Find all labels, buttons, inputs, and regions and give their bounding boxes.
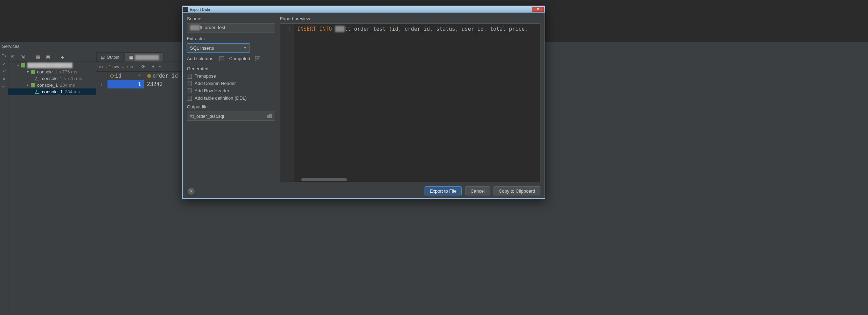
services-gutter: Tx ✓ ↶ ■ ⇤ — [0, 51, 8, 315]
cancel-button[interactable]: Cancel — [465, 186, 490, 195]
expand-all-icon[interactable]: ⇱ — [11, 54, 16, 59]
row-count[interactable]: 1 row — [109, 64, 119, 69]
tree-item-label: console_1 — [37, 83, 58, 88]
query-icon — [35, 77, 41, 80]
close-button[interactable]: × — [532, 7, 544, 12]
export-data-dialog: Export Data × Source: ███tt_order_test E… — [182, 6, 545, 199]
source-label: Source: — [187, 16, 275, 21]
tree-item[interactable]: ▾ console_1 284 ms — [8, 82, 96, 88]
source-field[interactable]: ███tt_order_test — [187, 23, 275, 33]
tree-item-selected[interactable]: console_1 284 ms — [8, 88, 96, 95]
add-row-header-label: Add Row Header — [195, 88, 229, 93]
tree-item-time: 1 s 775 ms — [55, 69, 77, 74]
generated-checkbox[interactable] — [255, 56, 260, 61]
column-header-id[interactable]: id ÷ — [107, 72, 144, 80]
tab-table[interactable]: ▦ ████████ — [125, 52, 163, 62]
check-icon[interactable]: ✓ — [2, 61, 6, 66]
dialog-titlebar[interactable]: Export Data × — [183, 6, 545, 13]
chevron-down-icon[interactable]: ▾ — [16, 63, 20, 67]
last-page-icon[interactable]: ⏭ — [130, 64, 134, 69]
sort-icon[interactable]: ÷ — [138, 73, 141, 79]
cell-order-id[interactable]: 23242 — [144, 80, 186, 88]
add-ddl-checkbox[interactable] — [187, 96, 192, 101]
console-icon — [31, 70, 35, 74]
generated-label: Generated — [187, 66, 208, 71]
add-icon[interactable]: + — [61, 54, 66, 59]
dialog-right-panel: Export preview: 1 INSERT INTO ███tt_orde… — [280, 15, 540, 182]
undo-icon[interactable]: ↶ — [2, 69, 6, 74]
extractor-value: SQL Inserts — [190, 45, 214, 51]
database-icon — [21, 63, 25, 67]
add-col-header-label: Add Column Header — [195, 81, 236, 86]
grid-corner — [96, 72, 107, 80]
layout-icon[interactable]: ▣ — [46, 54, 51, 59]
stop-icon[interactable]: ■ — [3, 77, 5, 81]
preview-gutter: 1 — [280, 24, 294, 182]
tree-item-label: console — [42, 76, 58, 81]
console-icon — [31, 83, 35, 87]
chevron-down-icon[interactable]: ▾ — [26, 83, 29, 87]
tree-item[interactable]: ▾ console 1 s 775 ms — [8, 69, 96, 75]
output-file-value: \tt_order_test.sql — [190, 114, 224, 119]
add-col-header-checkbox[interactable] — [187, 81, 192, 86]
tab-output-label: Output — [107, 55, 119, 60]
copy-to-clipboard-button[interactable]: Copy to Clipboard — [493, 186, 540, 195]
tree-item-label: console_1 — [42, 89, 63, 94]
column-header-order-id[interactable]: order_id — [144, 72, 186, 80]
tree-item[interactable]: console 1 s 775 ms — [8, 75, 96, 82]
add-row-header-checkbox[interactable] — [187, 88, 192, 93]
source-value: tt_order_test — [200, 25, 225, 30]
prev-page-icon[interactable]: ‹ — [105, 64, 107, 69]
export-to-file-button[interactable]: Export to File — [425, 186, 462, 195]
collapse-icon[interactable]: ⇤ — [2, 84, 6, 89]
column-header-label: id — [115, 73, 121, 79]
output-icon: ▤ — [101, 55, 105, 60]
key-icon — [110, 74, 114, 78]
first-page-icon[interactable]: ⏮ — [99, 64, 103, 69]
tree-item-time: 284 ms — [65, 89, 80, 94]
preview-label: Export preview: — [280, 16, 540, 21]
collapse-all-icon[interactable]: ⇲ — [21, 54, 26, 59]
cell-id[interactable]: 1 — [107, 80, 144, 88]
services-tree[interactable]: ▾ ██████████████ ▾ console 1 s 775 ms co… — [8, 62, 96, 315]
add-row-icon[interactable]: ＋ — [151, 64, 155, 70]
next-page-icon[interactable]: › — [127, 64, 128, 69]
folder-icon[interactable] — [267, 114, 272, 118]
row-number: 1 — [96, 80, 107, 88]
dialog-title: Export Data — [190, 7, 532, 12]
services-panel-title: Services — [0, 44, 94, 51]
dropdown-icon[interactable]: ⌄ — [121, 64, 125, 69]
table-icon: ▦ — [129, 55, 133, 60]
computed-checkbox[interactable] — [219, 56, 224, 61]
extractor-label: Extractor: — [187, 36, 275, 41]
tab-table-label: ████████ — [135, 55, 159, 60]
grid-icon[interactable]: ▦ — [36, 54, 41, 59]
tx-indicator: Tx — [2, 53, 6, 58]
addcols-label: Add columns: — [187, 56, 215, 61]
output-file-field[interactable]: \tt_order_test.sql — [187, 112, 275, 121]
services-toolbar: ⇱ ⇲ ▦ ▣ + — [8, 51, 96, 62]
tree-root[interactable]: ▾ ██████████████ — [8, 62, 96, 69]
transpose-checkbox[interactable] — [187, 74, 192, 79]
tree-item-time: 284 ms — [60, 83, 75, 88]
preview-box[interactable]: 1 INSERT INTO ███tt_order_test (id, orde… — [280, 23, 540, 182]
add-ddl-label: Add table definition (DDL) — [195, 95, 247, 101]
chevron-down-icon: ▼ — [244, 46, 247, 50]
reload-icon[interactable]: ⟳ — [141, 64, 145, 69]
column-header-label: order_id — [153, 73, 178, 79]
preview-code[interactable]: INSERT INTO ███tt_order_test (id, order_… — [294, 24, 531, 182]
help-button[interactable]: ? — [188, 188, 195, 195]
column-icon — [147, 74, 151, 78]
remove-row-icon[interactable]: － — [158, 64, 162, 70]
tab-output[interactable]: ▤ Output — [96, 52, 124, 62]
extractor-select[interactable]: SQL Inserts ▼ — [187, 43, 250, 52]
app-icon — [183, 7, 188, 12]
computed-label: Computed — [229, 56, 250, 61]
transpose-label: Transpose — [195, 73, 216, 79]
query-icon — [35, 90, 41, 94]
tree-item-time: 1 s 775 ms — [60, 76, 82, 81]
chevron-down-icon[interactable]: ▾ — [26, 70, 29, 74]
horizontal-scrollbar[interactable] — [301, 178, 347, 181]
output-file-label: Output file: — [187, 104, 275, 109]
tree-item-label: console — [37, 69, 53, 74]
